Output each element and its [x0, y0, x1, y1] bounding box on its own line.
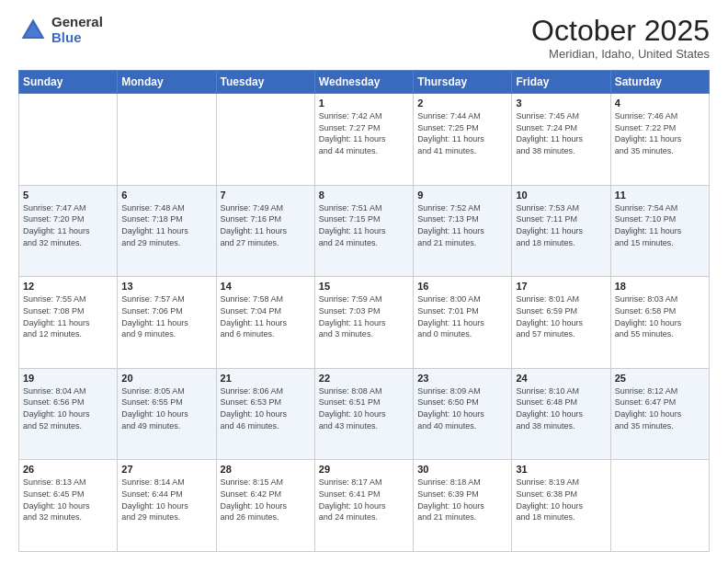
week-row-0: 1Sunrise: 7:42 AM Sunset: 7:27 PM Daylig…	[19, 94, 710, 186]
day-info: Sunrise: 8:04 AM Sunset: 6:56 PM Dayligh…	[23, 385, 113, 431]
calendar-cell: 19Sunrise: 8:04 AM Sunset: 6:56 PM Dayli…	[19, 368, 118, 460]
logo-general-text: General	[51, 15, 103, 30]
day-number: 13	[121, 281, 211, 292]
location-subtitle: Meridian, Idaho, United States	[531, 47, 710, 61]
day-number: 15	[319, 281, 409, 292]
calendar-cell	[610, 460, 709, 552]
day-number: 30	[417, 464, 507, 475]
calendar-cell: 23Sunrise: 8:09 AM Sunset: 6:50 PM Dayli…	[414, 368, 512, 460]
calendar-cell	[118, 94, 216, 186]
day-info: Sunrise: 8:18 AM Sunset: 6:39 PM Dayligh…	[417, 477, 507, 523]
calendar-cell: 1Sunrise: 7:42 AM Sunset: 7:27 PM Daylig…	[314, 94, 413, 186]
day-info: Sunrise: 7:55 AM Sunset: 7:08 PM Dayligh…	[23, 293, 113, 339]
calendar-cell: 14Sunrise: 7:58 AM Sunset: 7:04 PM Dayli…	[216, 277, 314, 369]
page: General Blue October 2025 Meridian, Idah…	[0, 0, 728, 563]
calendar-cell: 6Sunrise: 7:48 AM Sunset: 7:18 PM Daylig…	[118, 185, 216, 277]
header-friday: Friday	[512, 71, 610, 94]
calendar-cell: 17Sunrise: 8:01 AM Sunset: 6:59 PM Dayli…	[512, 277, 610, 369]
day-number: 1	[319, 98, 409, 109]
day-info: Sunrise: 8:17 AM Sunset: 6:41 PM Dayligh…	[319, 477, 409, 523]
calendar-cell	[19, 94, 118, 186]
day-number: 3	[516, 98, 606, 109]
calendar-cell: 26Sunrise: 8:13 AM Sunset: 6:45 PM Dayli…	[19, 460, 118, 552]
day-number: 12	[23, 281, 113, 292]
day-info: Sunrise: 8:13 AM Sunset: 6:45 PM Dayligh…	[23, 477, 113, 523]
day-number: 18	[615, 281, 705, 292]
logo-icon	[18, 16, 48, 45]
day-info: Sunrise: 7:46 AM Sunset: 7:22 PM Dayligh…	[615, 110, 705, 156]
day-number: 8	[319, 190, 409, 201]
calendar-cell: 28Sunrise: 8:15 AM Sunset: 6:42 PM Dayli…	[216, 460, 314, 552]
day-number: 23	[417, 373, 507, 384]
day-info: Sunrise: 8:05 AM Sunset: 6:55 PM Dayligh…	[121, 385, 211, 431]
day-info: Sunrise: 8:08 AM Sunset: 6:51 PM Dayligh…	[319, 385, 409, 431]
day-info: Sunrise: 8:14 AM Sunset: 6:44 PM Dayligh…	[121, 477, 211, 523]
day-number: 17	[516, 281, 606, 292]
header-saturday: Saturday	[610, 71, 709, 94]
calendar: Sunday Monday Tuesday Wednesday Thursday…	[18, 70, 710, 552]
day-info: Sunrise: 8:06 AM Sunset: 6:53 PM Dayligh…	[221, 385, 311, 431]
calendar-cell: 5Sunrise: 7:47 AM Sunset: 7:20 PM Daylig…	[19, 185, 118, 277]
calendar-cell: 13Sunrise: 7:57 AM Sunset: 7:06 PM Dayli…	[118, 277, 216, 369]
calendar-cell: 16Sunrise: 8:00 AM Sunset: 7:01 PM Dayli…	[414, 277, 512, 369]
calendar-cell: 8Sunrise: 7:51 AM Sunset: 7:15 PM Daylig…	[314, 185, 413, 277]
day-number: 16	[417, 281, 507, 292]
day-number: 4	[615, 98, 705, 109]
day-number: 24	[516, 373, 606, 384]
day-number: 28	[221, 464, 311, 475]
day-info: Sunrise: 7:59 AM Sunset: 7:03 PM Dayligh…	[319, 293, 409, 339]
calendar-cell: 21Sunrise: 8:06 AM Sunset: 6:53 PM Dayli…	[216, 368, 314, 460]
day-number: 14	[221, 281, 311, 292]
day-info: Sunrise: 7:57 AM Sunset: 7:06 PM Dayligh…	[121, 293, 211, 339]
day-info: Sunrise: 7:54 AM Sunset: 7:10 PM Dayligh…	[615, 202, 705, 248]
day-info: Sunrise: 7:51 AM Sunset: 7:15 PM Dayligh…	[319, 202, 409, 248]
day-number: 20	[121, 373, 211, 384]
day-info: Sunrise: 7:44 AM Sunset: 7:25 PM Dayligh…	[417, 110, 507, 156]
header-thursday: Thursday	[414, 71, 512, 94]
day-info: Sunrise: 7:48 AM Sunset: 7:18 PM Dayligh…	[121, 202, 211, 248]
day-info: Sunrise: 7:45 AM Sunset: 7:24 PM Dayligh…	[516, 110, 606, 156]
day-number: 21	[221, 373, 311, 384]
calendar-cell: 30Sunrise: 8:18 AM Sunset: 6:39 PM Dayli…	[414, 460, 512, 552]
calendar-cell: 25Sunrise: 8:12 AM Sunset: 6:47 PM Dayli…	[610, 368, 709, 460]
day-info: Sunrise: 8:01 AM Sunset: 6:59 PM Dayligh…	[516, 293, 606, 339]
day-number: 26	[23, 464, 113, 475]
day-number: 19	[23, 373, 113, 384]
calendar-cell: 27Sunrise: 8:14 AM Sunset: 6:44 PM Dayli…	[118, 460, 216, 552]
week-row-4: 26Sunrise: 8:13 AM Sunset: 6:45 PM Dayli…	[19, 460, 710, 552]
day-info: Sunrise: 7:52 AM Sunset: 7:13 PM Dayligh…	[417, 202, 507, 248]
day-info: Sunrise: 7:58 AM Sunset: 7:04 PM Dayligh…	[221, 293, 311, 339]
day-number: 27	[121, 464, 211, 475]
day-number: 2	[417, 98, 507, 109]
calendar-cell: 24Sunrise: 8:10 AM Sunset: 6:48 PM Dayli…	[512, 368, 610, 460]
calendar-cell: 20Sunrise: 8:05 AM Sunset: 6:55 PM Dayli…	[118, 368, 216, 460]
calendar-cell: 12Sunrise: 7:55 AM Sunset: 7:08 PM Dayli…	[19, 277, 118, 369]
header-wednesday: Wednesday	[314, 71, 413, 94]
day-number: 6	[121, 190, 211, 201]
calendar-cell: 2Sunrise: 7:44 AM Sunset: 7:25 PM Daylig…	[414, 94, 512, 186]
logo: General Blue	[18, 15, 103, 45]
week-row-1: 5Sunrise: 7:47 AM Sunset: 7:20 PM Daylig…	[19, 185, 710, 277]
day-number: 10	[516, 190, 606, 201]
calendar-cell: 11Sunrise: 7:54 AM Sunset: 7:10 PM Dayli…	[610, 185, 709, 277]
day-info: Sunrise: 7:53 AM Sunset: 7:11 PM Dayligh…	[516, 202, 606, 248]
calendar-cell: 4Sunrise: 7:46 AM Sunset: 7:22 PM Daylig…	[610, 94, 709, 186]
calendar-cell: 29Sunrise: 8:17 AM Sunset: 6:41 PM Dayli…	[314, 460, 413, 552]
day-number: 11	[615, 190, 705, 201]
header-tuesday: Tuesday	[216, 71, 314, 94]
header-sunday: Sunday	[19, 71, 118, 94]
week-row-3: 19Sunrise: 8:04 AM Sunset: 6:56 PM Dayli…	[19, 368, 710, 460]
calendar-cell: 9Sunrise: 7:52 AM Sunset: 7:13 PM Daylig…	[414, 185, 512, 277]
day-number: 7	[221, 190, 311, 201]
day-info: Sunrise: 8:00 AM Sunset: 7:01 PM Dayligh…	[417, 293, 507, 339]
calendar-cell: 10Sunrise: 7:53 AM Sunset: 7:11 PM Dayli…	[512, 185, 610, 277]
calendar-cell	[216, 94, 314, 186]
day-number: 9	[417, 190, 507, 201]
logo-blue-text: Blue	[51, 30, 103, 46]
day-number: 5	[23, 190, 113, 201]
weekday-header-row: Sunday Monday Tuesday Wednesday Thursday…	[19, 71, 710, 94]
logo-text: General Blue	[51, 15, 103, 45]
calendar-cell: 7Sunrise: 7:49 AM Sunset: 7:16 PM Daylig…	[216, 185, 314, 277]
day-info: Sunrise: 8:10 AM Sunset: 6:48 PM Dayligh…	[516, 385, 606, 431]
header: General Blue October 2025 Meridian, Idah…	[18, 15, 710, 61]
